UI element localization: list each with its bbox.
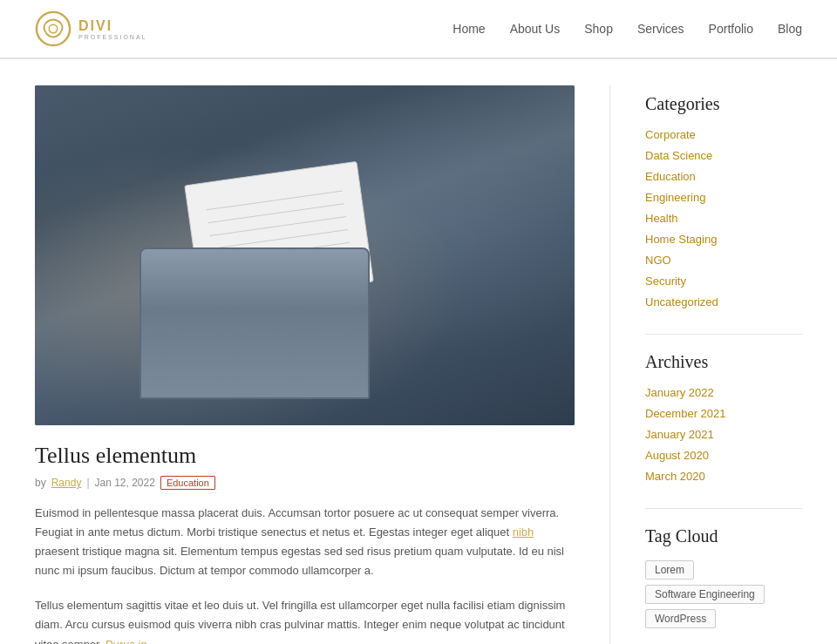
category-link[interactable]: Health [645, 212, 678, 225]
category-link[interactable]: Engineering [645, 191, 705, 204]
list-item: August 2020 [645, 449, 802, 463]
main-content: Tellus elementum by Randy | Jan 12, 2022… [35, 85, 575, 644]
excerpt-link-purus[interactable]: Purus in [105, 638, 147, 644]
nav-item-blog[interactable]: Blog [778, 22, 802, 37]
list-item: March 2020 [645, 470, 802, 484]
nav-link-portfolio[interactable]: Portfolio [709, 22, 753, 36]
list-item: Corporate [645, 128, 802, 142]
post-by: by [35, 477, 46, 489]
logo[interactable]: DIVI PROFESSIONAL [35, 10, 146, 47]
svg-point-1 [49, 24, 58, 33]
nav-item-portfolio[interactable]: Portfolio [709, 22, 753, 37]
hero-notebook-decoration [184, 161, 374, 306]
archives-list: January 2022December 2021January 2021Aug… [645, 386, 802, 484]
list-item: Health [645, 212, 802, 226]
list-item: Security [645, 275, 802, 288]
archive-link[interactable]: January 2021 [645, 428, 714, 441]
excerpt-link-nibh[interactable]: nibh [513, 525, 534, 539]
categories-heading: Categories [645, 94, 802, 114]
post-author[interactable]: Randy [51, 477, 82, 489]
logo-icon [35, 10, 71, 47]
archive-link[interactable]: August 2020 [645, 449, 709, 462]
list-item: Education [645, 170, 802, 184]
site-header: DIVI PROFESSIONAL HomeAbout UsShopServic… [0, 0, 837, 58]
logo-sub: PROFESSIONAL [78, 34, 146, 40]
nav-item-services[interactable]: Services [637, 22, 684, 37]
post-category-badge[interactable]: Education [160, 476, 215, 490]
archives-section: Archives January 2022December 2021Januar… [645, 352, 802, 484]
tag[interactable]: Lorem [645, 560, 694, 580]
tagcloud-section: Tag Cloud LoremSoftware EngineeringWordP… [645, 526, 802, 628]
post-excerpt-1: Euismod in pellentesque massa placerat d… [35, 504, 575, 580]
tag[interactable]: Software Engineering [645, 585, 765, 604]
category-link[interactable]: Home Staging [645, 233, 717, 246]
list-item: January 2021 [645, 428, 802, 442]
tag[interactable]: WordPress [645, 609, 716, 628]
category-link[interactable]: Corporate [645, 128, 696, 141]
svg-point-0 [37, 12, 70, 45]
post-meta: by Randy | Jan 12, 2022 Education [35, 476, 575, 490]
list-item: January 2022 [645, 386, 802, 400]
archives-heading: Archives [645, 352, 802, 372]
sidebar: Categories CorporateData ScienceEducatio… [645, 85, 802, 644]
categories-section: Categories CorporateData ScienceEducatio… [645, 94, 802, 309]
post-meta-sep: | [86, 477, 89, 489]
category-link[interactable]: Education [645, 170, 696, 183]
post-date: Jan 12, 2022 [95, 477, 155, 489]
categories-list: CorporateData ScienceEducationEngineerin… [645, 128, 802, 309]
nav-item-shop[interactable]: Shop [584, 22, 613, 37]
nav-item-home[interactable]: Home [453, 22, 485, 37]
category-link[interactable]: NGO [645, 254, 671, 267]
nav-item-about[interactable]: About Us [510, 22, 561, 37]
archive-link[interactable]: January 2022 [645, 386, 714, 399]
content-divider [609, 85, 610, 644]
list-item: December 2021 [645, 407, 802, 421]
nav-link-about[interactable]: About Us [510, 22, 561, 36]
nav-link-shop[interactable]: Shop [584, 22, 613, 36]
excerpt-text-1: Euismod in pellentesque massa placerat d… [35, 506, 559, 539]
main-nav: HomeAbout UsShopServicesPortfolioBlog [453, 22, 802, 37]
tagcloud-heading: Tag Cloud [645, 526, 802, 546]
list-item: Engineering [645, 191, 802, 205]
post-hero-image [35, 85, 575, 425]
list-item: Uncategorized [645, 295, 802, 309]
category-link[interactable]: Uncategorized [645, 295, 718, 308]
list-item: NGO [645, 254, 802, 268]
archive-link[interactable]: March 2020 [645, 470, 705, 483]
list-item: Home Staging [645, 233, 802, 247]
list-item: Data Science [645, 149, 802, 163]
archive-link[interactable]: December 2021 [645, 407, 726, 420]
post-title: Tellus elementum [35, 443, 575, 469]
category-link[interactable]: Data Science [645, 149, 712, 162]
logo-brand: DIVI [78, 18, 146, 34]
post-excerpt-2: Tellus elementum sagittis vitae et leo d… [35, 596, 575, 644]
tag-cloud: LoremSoftware EngineeringWordPress [645, 560, 802, 628]
category-link[interactable]: Security [645, 275, 686, 288]
sidebar-divider-1 [645, 334, 802, 335]
nav-link-blog[interactable]: Blog [778, 22, 802, 36]
nav-link-services[interactable]: Services [637, 22, 684, 36]
excerpt-text-1b: praesent tristique magna sit. Elementum … [35, 545, 564, 577]
nav-link-home[interactable]: Home [453, 22, 485, 36]
sidebar-divider-2 [645, 508, 802, 509]
page-container: Tellus elementum by Randy | Jan 12, 2022… [0, 59, 837, 644]
